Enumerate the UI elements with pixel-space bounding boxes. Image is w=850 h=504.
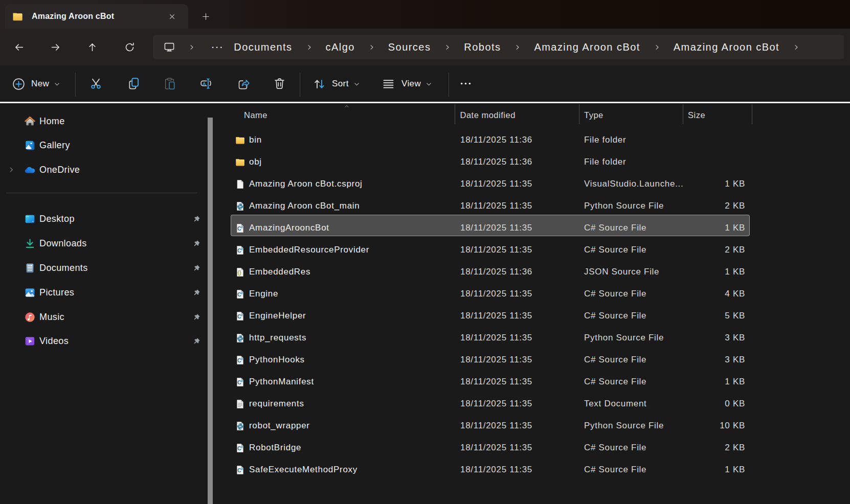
breadcrumb-chevron-icon[interactable] [368,43,375,51]
breadcrumb-chevron-icon[interactable] [188,43,195,51]
column-header-date-modified[interactable]: Date modified [460,104,516,126]
this-pc-breadcrumb-button[interactable] [162,39,177,55]
refresh-button[interactable] [121,38,138,56]
breadcrumb-chevron-icon[interactable] [513,43,521,51]
close-icon [168,12,176,21]
table-row[interactable]: Amazing Aroon cBot.csproj 18/11/2025 11:… [232,174,749,194]
table-row[interactable]: SafeExecuteMethodProxy 18/11/2025 11:35 … [232,460,749,480]
tab-close-button[interactable] [164,9,180,24]
copy-icon [127,77,141,90]
breadcrumb-chevron-icon[interactable] [305,43,313,51]
scissors-icon [89,77,103,90]
sidebar-item-gallery[interactable]: Gallery [0,135,205,156]
breadcrumb-item[interactable]: Sources [386,41,433,53]
sidebar-item-documents[interactable]: Documents [0,258,205,278]
table-row[interactable]: RobotBridge 18/11/2025 11:35 C# Source F… [232,438,749,458]
arrow-up-icon [87,42,98,53]
pin-icon [192,337,201,346]
breadcrumb-chevron-icon[interactable] [443,43,451,51]
file-type: Python Source File [584,328,664,348]
file-name: EmbeddedRes [249,262,310,282]
table-row[interactable]: http_requests 18/11/2025 11:35 Python So… [232,328,749,348]
python-file-icon [235,333,245,343]
table-row[interactable]: bin 18/11/2025 11:36 File folder [232,130,749,150]
breadcrumb-chevron-icon[interactable] [653,43,661,51]
file-date-modified: 18/11/2025 11:35 [460,372,532,392]
sort-ascending-icon [343,104,350,109]
python-file-icon [235,421,245,431]
sidebar-separator [6,193,197,193]
table-row[interactable]: EmbeddedRes 18/11/2025 11:36 JSON Source… [232,262,749,282]
chevron-down-icon [353,80,361,88]
breadcrumb-item[interactable]: cAlgo [324,41,357,53]
file-name: EngineHelper [249,306,306,326]
breadcrumb-overflow-button[interactable]: ... [209,38,226,56]
sidebar-item-label: Pictures [39,287,74,298]
table-row[interactable]: Amazing Aroon cBot_main 18/11/2025 11:35… [232,196,749,216]
file-size: 1 KB [692,174,745,194]
file-date-modified: 18/11/2025 11:35 [460,306,532,326]
chevron-right-icon[interactable] [8,166,15,173]
copy-button[interactable] [127,77,141,90]
delete-button[interactable] [273,77,286,90]
see-more-button[interactable] [459,77,473,90]
table-row[interactable]: EmbeddedResourceProvider 18/11/2025 11:3… [232,240,749,260]
desktop-icon [24,213,36,225]
column-separator [579,104,579,124]
sort-button[interactable]: Sort [312,73,361,95]
sidebar-item-downloads[interactable]: Downloads [0,234,205,254]
table-row[interactable]: AmazingArooncBot 18/11/2025 11:35 C# Sou… [232,218,749,238]
sidebar-item-desktop[interactable]: Desktop [0,209,205,230]
breadcrumb-item[interactable]: Amazing Aroon cBot [532,41,642,53]
file-date-modified: 18/11/2025 11:35 [460,350,532,370]
address-bar[interactable]: ... Documents cAlgo Sources Robots Amazi… [153,35,844,59]
toolbar-separator [449,73,449,97]
table-row[interactable]: requirements 18/11/2025 11:35 Text Docum… [232,394,749,414]
file-type: C# Source File [584,460,646,480]
file-name: Amazing Aroon cBot_main [249,196,360,216]
table-row[interactable]: robot_wrapper 18/11/2025 11:35 Python So… [232,416,749,436]
back-button[interactable] [10,38,28,56]
breadcrumb-item[interactable]: Amazing Aroon cBot [672,41,781,53]
up-button[interactable] [83,38,101,56]
breadcrumb-item[interactable]: Documents [232,41,294,53]
rename-button[interactable] [199,77,213,90]
view-button[interactable]: View [382,73,433,95]
csharp-file-icon [235,355,245,365]
new-tab-button[interactable] [198,9,213,24]
paste-button[interactable] [163,77,176,90]
sidebar-scrollbar[interactable] [208,118,213,504]
table-row[interactable]: obj 18/11/2025 11:36 File folder [232,152,749,172]
column-header-size[interactable]: Size [688,104,705,126]
forward-button[interactable] [47,38,64,56]
command-bar: New Sort View [0,65,850,102]
file-size: 1 KB [692,460,745,480]
sidebar-item-videos[interactable]: Videos [0,331,205,352]
sidebar-item-onedrive[interactable]: OneDrive [0,159,205,180]
sidebar-item-home[interactable]: Home [0,111,205,131]
share-button[interactable] [237,77,251,90]
file-type: C# Source File [584,284,646,304]
column-header-name[interactable]: Name [244,104,267,126]
sidebar-item-music[interactable]: Music [0,307,205,328]
table-row[interactable]: PythonManifest 18/11/2025 11:35 C# Sourc… [232,372,749,392]
file-size: 2 KB [692,240,745,260]
sidebar-item-pictures[interactable]: Pictures [0,283,205,303]
breadcrumb-item[interactable]: Robots [462,41,503,53]
cut-button[interactable] [89,77,103,90]
table-row[interactable]: EngineHelper 18/11/2025 11:35 C# Source … [232,306,749,326]
folder-icon [235,135,245,146]
tab-amazing-aroon-cbot[interactable]: Amazing Aroon cBot [5,4,188,29]
sort-button-label: Sort [332,79,349,89]
file-date-modified: 18/11/2025 11:35 [460,284,532,304]
csharp-file-icon [235,245,245,256]
table-row[interactable]: PythonHooks 18/11/2025 11:35 C# Source F… [232,350,749,370]
new-button[interactable]: New [12,73,61,95]
breadcrumb-chevron-icon[interactable] [792,43,800,51]
navigation-bar: ... Documents cAlgo Sources Robots Amazi… [0,29,850,65]
csharp-file-icon [235,377,245,387]
csharp-file-icon [235,443,245,453]
table-row[interactable]: Engine 18/11/2025 11:35 C# Source File 4… [232,284,749,304]
file-size: 3 KB [692,350,745,370]
column-header-type[interactable]: Type [584,104,603,126]
